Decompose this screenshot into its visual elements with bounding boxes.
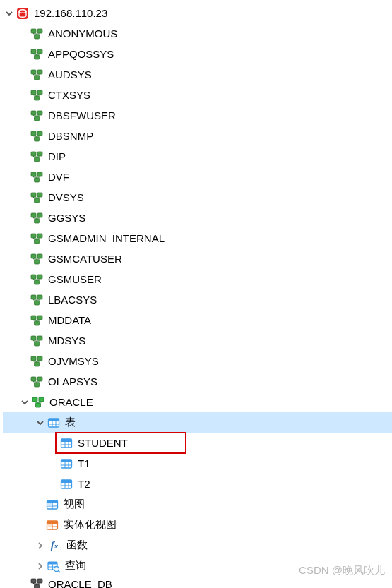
schema-icon bbox=[30, 47, 44, 61]
svg-rect-83 bbox=[47, 503, 53, 506]
svg-rect-13 bbox=[35, 96, 40, 100]
schema-row[interactable]: CTXSYS bbox=[3, 85, 392, 105]
schema-row[interactable]: DBSNMP bbox=[3, 126, 392, 146]
schema-row[interactable]: OLAPSYS bbox=[3, 371, 392, 392]
schema-row[interactable]: MDSYS bbox=[3, 330, 392, 351]
svg-rect-31 bbox=[35, 219, 40, 223]
svg-rect-28 bbox=[35, 198, 40, 203]
watermark: CSDN @晚风吹儿 bbox=[299, 564, 385, 577]
svg-rect-24 bbox=[37, 172, 42, 176]
svg-rect-21 bbox=[37, 152, 42, 156]
svg-rect-25 bbox=[35, 178, 40, 182]
mviews-folder-row[interactable]: 实体化视图 bbox=[3, 515, 392, 535]
svg-rect-40 bbox=[35, 280, 40, 284]
schema-row[interactable]: APPQOSSYS bbox=[3, 44, 392, 64]
table-icon bbox=[59, 477, 73, 491]
schema-row[interactable]: OJVMSYS bbox=[3, 351, 392, 371]
svg-rect-97 bbox=[35, 584, 40, 588]
svg-rect-90 bbox=[48, 562, 57, 565]
schema-row[interactable]: GSMUSER bbox=[3, 269, 392, 289]
schema-row[interactable]: ORACLE_DB bbox=[3, 576, 392, 588]
table-row[interactable]: T2 bbox=[3, 474, 392, 494]
svg-rect-47 bbox=[31, 336, 36, 340]
svg-rect-18 bbox=[37, 131, 42, 136]
svg-rect-95 bbox=[31, 579, 36, 583]
schema-icon bbox=[30, 334, 44, 348]
svg-rect-29 bbox=[31, 213, 36, 217]
function-icon: fx bbox=[47, 539, 62, 553]
table-icon bbox=[59, 457, 73, 471]
svg-rect-11 bbox=[31, 90, 36, 95]
schema-label: GSMUSER bbox=[47, 273, 102, 285]
schema-row[interactable]: DBSFWUSER bbox=[3, 105, 392, 126]
svg-rect-53 bbox=[31, 377, 36, 381]
svg-rect-19 bbox=[35, 137, 40, 141]
schema-label: DBSNMP bbox=[47, 130, 93, 142]
tables-folder-row[interactable]: 表 bbox=[3, 412, 392, 433]
schema-label: CTXSYS bbox=[47, 89, 90, 101]
table-label: T2 bbox=[76, 478, 90, 490]
schema-row[interactable]: GSMCATUSER bbox=[3, 248, 392, 269]
table-row[interactable]: T1 bbox=[3, 453, 392, 474]
chevron-down-icon[interactable] bbox=[34, 416, 47, 429]
svg-rect-46 bbox=[35, 321, 40, 325]
schema-icon bbox=[30, 375, 44, 389]
schema-row[interactable]: MDDATA bbox=[3, 310, 392, 330]
svg-rect-60 bbox=[49, 419, 59, 421]
schema-row[interactable]: AUDSYS bbox=[3, 64, 392, 85]
svg-rect-43 bbox=[35, 301, 40, 305]
tables-folder-label: 表 bbox=[64, 416, 76, 429]
schema-label: MDSYS bbox=[47, 335, 85, 347]
svg-rect-41 bbox=[31, 295, 36, 299]
svg-rect-45 bbox=[37, 316, 42, 320]
schema-row[interactable]: GSMADMIN_INTERNAL bbox=[3, 228, 392, 248]
svg-rect-37 bbox=[35, 260, 40, 264]
svg-rect-38 bbox=[31, 275, 36, 279]
tree-root-row[interactable]: 192.168.110.23 bbox=[3, 3, 392, 23]
tree-root-label: 192.168.110.23 bbox=[32, 7, 107, 19]
schema-icon bbox=[30, 68, 44, 82]
schema-row[interactable]: LBACSYS bbox=[3, 289, 392, 310]
schema-row[interactable]: DVF bbox=[3, 167, 392, 187]
schema-icon bbox=[30, 211, 44, 225]
schema-icon bbox=[30, 232, 44, 246]
schema-label: ANONYMOUS bbox=[47, 28, 117, 40]
svg-rect-96 bbox=[37, 579, 42, 583]
svg-rect-75 bbox=[61, 480, 72, 483]
svg-rect-85 bbox=[47, 521, 58, 524]
svg-rect-35 bbox=[31, 254, 36, 258]
schema-label: ORACLE bbox=[48, 396, 93, 408]
view-icon bbox=[45, 498, 59, 512]
database-icon bbox=[16, 6, 30, 20]
schema-row[interactable]: DVSYS bbox=[3, 187, 392, 208]
functions-folder-row[interactable]: fx 函数 bbox=[3, 535, 392, 556]
schema-icon bbox=[30, 27, 44, 41]
schema-row[interactable]: GGSYS bbox=[3, 208, 392, 228]
chevron-down-icon[interactable] bbox=[3, 7, 16, 20]
svg-rect-51 bbox=[37, 356, 42, 361]
svg-rect-20 bbox=[31, 152, 36, 156]
svg-rect-56 bbox=[32, 397, 37, 402]
queries-folder-label: 查询 bbox=[64, 559, 86, 572]
schema-row-oracle[interactable]: ORACLE bbox=[3, 392, 392, 412]
schema-icon bbox=[30, 577, 44, 588]
views-folder-row[interactable]: 视图 bbox=[3, 494, 392, 515]
svg-rect-22 bbox=[35, 157, 40, 162]
table-icon bbox=[59, 436, 73, 450]
chevron-down-icon[interactable] bbox=[18, 396, 31, 409]
schema-icon bbox=[30, 109, 44, 123]
schema-icon bbox=[30, 88, 44, 102]
table-row[interactable]: STUDENT bbox=[3, 433, 392, 453]
svg-rect-42 bbox=[37, 295, 42, 299]
schema-icon bbox=[30, 170, 44, 184]
query-icon bbox=[47, 559, 61, 573]
schema-row[interactable]: ANONYMOUS bbox=[3, 23, 392, 44]
chevron-right-icon[interactable] bbox=[34, 539, 47, 552]
schema-label: DVF bbox=[47, 171, 69, 183]
schema-row[interactable]: DIP bbox=[3, 146, 392, 167]
schema-label: DVSYS bbox=[47, 191, 84, 203]
svg-rect-27 bbox=[37, 193, 42, 197]
schema-label: OJVMSYS bbox=[47, 355, 99, 367]
svg-rect-50 bbox=[31, 356, 36, 361]
chevron-right-icon[interactable] bbox=[34, 560, 47, 572]
